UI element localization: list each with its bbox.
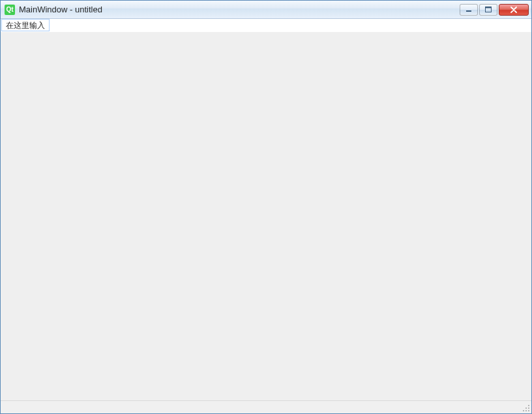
design-canvas[interactable] — [1, 32, 531, 400]
window-title: MainWindow - untitled — [19, 5, 460, 14]
svg-rect-0 — [466, 10, 471, 12]
close-icon — [510, 7, 518, 13]
design-grid-dots — [1, 33, 531, 400]
main-window: Qt MainWindow - untitled 在这里输入 — [0, 0, 532, 414]
close-button[interactable] — [499, 4, 529, 16]
menubar[interactable]: 在这里输入 — [1, 19, 531, 32]
statusbar — [1, 400, 531, 413]
svg-point-6 — [523, 410, 524, 411]
maximize-button[interactable] — [479, 4, 497, 16]
menu-type-here-placeholder[interactable]: 在这里输入 — [1, 19, 50, 31]
svg-point-8 — [528, 410, 529, 411]
svg-point-3 — [528, 405, 529, 406]
window-controls — [460, 4, 529, 16]
svg-point-4 — [525, 407, 527, 409]
titlebar[interactable]: Qt MainWindow - untitled — [1, 1, 531, 19]
svg-rect-2 — [486, 7, 492, 8]
svg-point-5 — [528, 407, 529, 409]
svg-point-7 — [525, 410, 527, 411]
qt-app-icon: Qt — [5, 5, 15, 15]
minimize-button[interactable] — [460, 4, 478, 16]
maximize-icon — [485, 7, 492, 12]
minimize-icon — [466, 7, 472, 12]
size-grip-icon[interactable] — [521, 403, 530, 412]
